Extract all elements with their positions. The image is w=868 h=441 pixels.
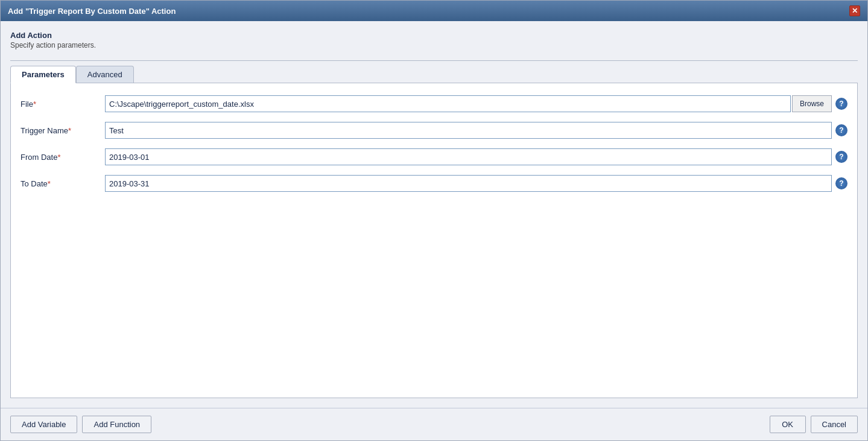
from-date-required: * [57,153,60,162]
cancel-button[interactable]: Cancel [811,416,858,433]
close-button[interactable]: ✕ [849,5,860,16]
to-date-label: To Date* [21,179,105,188]
close-icon: ✕ [852,7,858,15]
header-subtitle: Specify action parameters. [10,41,858,49]
to-date-help-icon[interactable]: ? [835,177,847,189]
ok-button[interactable]: OK [770,416,806,433]
from-date-help-icon[interactable]: ? [835,151,847,163]
tab-parameters[interactable]: Parameters [10,66,76,83]
file-input-group: Browse ? [105,95,847,112]
trigger-name-row: Trigger Name* ? [21,122,847,139]
to-date-input[interactable] [105,175,832,192]
to-date-row: To Date* ? [21,175,847,192]
header-divider [10,60,858,61]
header-title: Add Action [10,31,858,40]
from-date-input-group: ? [105,148,847,165]
trigger-name-input-group: ? [105,122,847,139]
from-date-label: From Date* [21,153,105,162]
dialog-title: Add "Trigger Report By Custom Date" Acti… [8,7,176,16]
tabs-container: Parameters Advanced File* Browse ? [10,66,858,398]
file-help-icon[interactable]: ? [835,98,847,110]
add-function-button[interactable]: Add Function [82,416,151,433]
file-input[interactable] [105,95,791,112]
tab-bar: Parameters Advanced [10,66,858,83]
title-bar: Add "Trigger Report By Custom Date" Acti… [1,1,867,21]
trigger-name-input[interactable] [105,122,832,139]
to-date-input-group: ? [105,175,847,192]
tab-advanced[interactable]: Advanced [76,66,134,83]
file-row: File* Browse ? [21,95,847,112]
from-date-row: From Date* ? [21,148,847,165]
from-date-input[interactable] [105,148,832,165]
tab-content-parameters: File* Browse ? Trigger Name* ? [10,83,858,398]
header-section: Add Action Specify action parameters. [10,31,858,49]
to-date-required: * [48,179,51,188]
trigger-name-help-icon[interactable]: ? [835,124,847,136]
file-required: * [33,100,36,109]
browse-button[interactable]: Browse [792,95,832,112]
add-variable-button[interactable]: Add Variable [10,416,77,433]
dialog-body: Add Action Specify action parameters. Pa… [1,21,867,408]
file-label: File* [21,100,105,109]
trigger-name-label: Trigger Name* [21,126,105,135]
footer: Add Variable Add Function OK Cancel [1,408,867,440]
dialog-window: Add "Trigger Report By Custom Date" Acti… [0,0,868,441]
footer-right: OK Cancel [770,416,858,433]
trigger-name-required: * [68,126,71,135]
